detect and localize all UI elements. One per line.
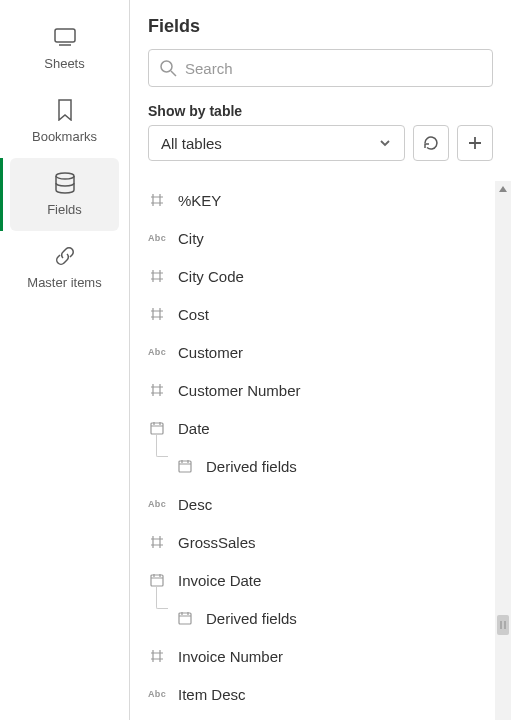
link-icon bbox=[52, 245, 78, 267]
sheets-icon bbox=[52, 26, 78, 48]
sidebar-item-fields[interactable]: Fields bbox=[10, 158, 119, 231]
sidebar-item-bookmarks[interactable]: Bookmarks bbox=[0, 85, 129, 158]
text-icon: Abc bbox=[146, 499, 168, 509]
field-row[interactable]: AbcItem Desc bbox=[130, 675, 495, 713]
svg-rect-6 bbox=[179, 613, 191, 624]
main-panel: Fields Show by table All tables bbox=[130, 0, 511, 720]
add-button[interactable] bbox=[457, 125, 493, 161]
field-row[interactable]: Derived fields bbox=[130, 447, 495, 485]
sidebar-item-label: Bookmarks bbox=[32, 129, 97, 144]
hash-icon bbox=[146, 269, 168, 283]
field-label: City bbox=[178, 230, 204, 247]
table-select-value: All tables bbox=[161, 135, 222, 152]
field-label: Date bbox=[178, 420, 210, 437]
field-row[interactable]: Invoice Date bbox=[130, 561, 495, 599]
hash-icon bbox=[146, 649, 168, 663]
svg-point-1 bbox=[56, 173, 74, 179]
field-label: Item Desc bbox=[178, 686, 246, 703]
search-input[interactable] bbox=[185, 60, 482, 77]
sidebar-item-label: Fields bbox=[47, 202, 82, 217]
scrollbar[interactable] bbox=[495, 181, 511, 720]
bookmark-icon bbox=[52, 99, 78, 121]
scroll-thumb[interactable] bbox=[497, 615, 509, 635]
field-row[interactable]: City Code bbox=[130, 257, 495, 295]
field-row[interactable]: GrossSales bbox=[130, 523, 495, 561]
field-row[interactable]: %KEY bbox=[130, 181, 495, 219]
plus-icon bbox=[467, 135, 483, 151]
field-label: Derived fields bbox=[206, 458, 297, 475]
text-icon: Abc bbox=[146, 347, 168, 357]
search-box[interactable] bbox=[148, 49, 493, 87]
text-icon: Abc bbox=[146, 689, 168, 699]
sidebar-item-label: Master items bbox=[27, 275, 101, 290]
field-label: Cost bbox=[178, 306, 209, 323]
calendar-icon bbox=[146, 573, 168, 587]
hash-icon bbox=[146, 307, 168, 321]
tree-line bbox=[156, 435, 168, 457]
fields-list: %KEYAbcCityCity CodeCostAbcCustomerCusto… bbox=[130, 181, 495, 720]
field-label: Invoice Date bbox=[178, 572, 261, 589]
field-row[interactable]: Customer Number bbox=[130, 371, 495, 409]
svg-rect-5 bbox=[151, 575, 163, 586]
svg-rect-3 bbox=[151, 423, 163, 434]
database-icon bbox=[52, 172, 78, 194]
hash-icon bbox=[146, 383, 168, 397]
svg-rect-0 bbox=[55, 29, 75, 42]
fields-list-wrap: %KEYAbcCityCity CodeCostAbcCustomerCusto… bbox=[130, 181, 511, 720]
sidebar-item-label: Sheets bbox=[44, 56, 84, 71]
svg-point-2 bbox=[161, 61, 172, 72]
field-label: Desc bbox=[178, 496, 212, 513]
text-icon: Abc bbox=[146, 233, 168, 243]
field-row[interactable]: Invoice Number bbox=[130, 637, 495, 675]
field-label: %KEY bbox=[178, 192, 221, 209]
svg-rect-4 bbox=[179, 461, 191, 472]
sidebar: Sheets Bookmarks Fields Master items bbox=[0, 0, 130, 720]
field-row[interactable]: Cost bbox=[130, 295, 495, 333]
refresh-icon bbox=[422, 134, 440, 152]
hash-icon bbox=[146, 535, 168, 549]
scroll-up-arrow[interactable] bbox=[495, 181, 511, 197]
calendar-icon bbox=[174, 459, 196, 473]
field-row[interactable]: AbcDesc bbox=[130, 485, 495, 523]
field-row[interactable]: Date bbox=[130, 409, 495, 447]
field-label: GrossSales bbox=[178, 534, 256, 551]
chevron-down-icon bbox=[378, 136, 392, 150]
sidebar-item-master-items[interactable]: Master items bbox=[0, 231, 129, 304]
sidebar-item-sheets[interactable]: Sheets bbox=[0, 12, 129, 85]
panel-title: Fields bbox=[148, 16, 493, 37]
field-label: Derived fields bbox=[206, 610, 297, 627]
table-select[interactable]: All tables bbox=[148, 125, 405, 161]
field-label: Customer Number bbox=[178, 382, 301, 399]
calendar-icon bbox=[146, 421, 168, 435]
calendar-icon bbox=[174, 611, 196, 625]
field-row[interactable]: AbcCity bbox=[130, 219, 495, 257]
refresh-button[interactable] bbox=[413, 125, 449, 161]
hash-icon bbox=[146, 193, 168, 207]
field-label: City Code bbox=[178, 268, 244, 285]
field-label: Invoice Number bbox=[178, 648, 283, 665]
field-row[interactable]: Derived fields bbox=[130, 599, 495, 637]
field-label: Customer bbox=[178, 344, 243, 361]
panel-header: Fields Show by table All tables bbox=[130, 0, 511, 173]
show-by-section: Show by table All tables bbox=[148, 103, 493, 161]
field-row[interactable]: AbcCustomer bbox=[130, 333, 495, 371]
tree-line bbox=[156, 587, 168, 609]
search-icon bbox=[159, 59, 177, 77]
show-by-table-label: Show by table bbox=[148, 103, 493, 119]
